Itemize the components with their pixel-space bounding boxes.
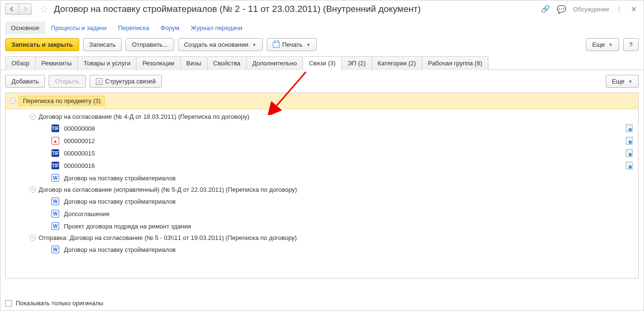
- links-toolbar: Добавить Открыть Структура связей Еще▼: [5, 75, 639, 88]
- tree-file[interactable]: W Договор на поставку стройматериалов: [6, 172, 638, 184]
- word-file-icon: W: [52, 246, 59, 253]
- back-button[interactable]: [5, 3, 19, 15]
- tree-file[interactable]: W Договор на поставку стройматериалов: [6, 243, 638, 256]
- collapse-icon[interactable]: −: [30, 187, 36, 193]
- links-more-button[interactable]: Еще▼: [606, 75, 639, 88]
- more-button[interactable]: Еще▼: [586, 38, 619, 51]
- tab-properties[interactable]: Свойства: [207, 56, 247, 70]
- structure-icon: [96, 78, 103, 85]
- file-label: Договор на поставку стройматериалов: [64, 246, 634, 253]
- attachment-indicator-icon: [626, 149, 633, 157]
- file-label: Проект договора подряда на ремонт здания: [64, 223, 634, 230]
- chevron-down-icon: ▼: [306, 42, 311, 47]
- arrow-right-icon: [22, 7, 28, 11]
- file-label: 000000016: [64, 162, 621, 169]
- originals-only-label: Показывать только оригиналы: [16, 300, 104, 307]
- tree-body: − Договор на согласование (№ 4-Д от 18.0…: [6, 109, 638, 258]
- collapse-icon[interactable]: −: [30, 235, 36, 241]
- nav-log[interactable]: Журнал передачи: [185, 21, 248, 34]
- tree-file[interactable]: TIF 000000015: [6, 147, 638, 159]
- tree-file[interactable]: W Допсоглашение: [6, 207, 638, 220]
- tree-node-label: Договор на согласование (исправленный) (…: [39, 186, 297, 193]
- help-button[interactable]: ?: [623, 38, 639, 51]
- discuss-icon[interactable]: 💬: [557, 5, 566, 14]
- word-file-icon: W: [52, 210, 59, 218]
- tab-ep[interactable]: ЭП (2): [341, 56, 372, 70]
- more-menu-icon[interactable]: ⋮: [616, 6, 622, 13]
- attachment-indicator-icon: [626, 162, 633, 169]
- tree-file[interactable]: W Договор на поставку стройматериалов: [6, 195, 638, 207]
- tif-file-icon: TIF: [52, 124, 59, 132]
- link-icon[interactable]: 🔗: [541, 5, 550, 13]
- tif-file-icon: TIF: [52, 149, 59, 157]
- print-button[interactable]: Печать▼: [267, 38, 317, 51]
- attachment-indicator-icon: [626, 124, 633, 132]
- file-label: 000000012: [64, 137, 621, 145]
- discuss-label[interactable]: Обсуждение: [573, 6, 609, 13]
- tab-props[interactable]: Реквизиты: [35, 56, 78, 70]
- printer-icon: [273, 42, 280, 48]
- tree-file[interactable]: ▲ 000000012: [6, 135, 638, 147]
- nav-correspondence[interactable]: Переписка: [113, 21, 155, 34]
- save-button[interactable]: Записать: [83, 38, 122, 51]
- more-label: Еще: [592, 41, 604, 48]
- favorite-star-icon[interactable]: ☆: [40, 3, 48, 15]
- tif-file-icon: TIF: [52, 162, 59, 169]
- file-label: 000000008: [64, 125, 621, 132]
- chevron-down-icon: ▼: [628, 79, 633, 84]
- file-label: Договор на поставку стройматериалов: [64, 198, 634, 205]
- tab-visas[interactable]: Визы: [180, 56, 208, 70]
- chevron-down-icon: ▼: [609, 42, 613, 47]
- file-label: Допсоглашение: [64, 210, 634, 218]
- tree-root-label: Переписка по предмету (3): [19, 96, 105, 106]
- main-toolbar: Записать и закрыть Записать Отправить...…: [0, 34, 644, 55]
- print-label: Печать: [282, 41, 303, 48]
- create-based-label: Создать на основании: [184, 41, 249, 48]
- file-label: Договор на поставку стройматериалов: [64, 175, 634, 182]
- footer: Показывать только оригиналы: [5, 300, 104, 307]
- pdf-file-icon: ▲: [52, 137, 59, 145]
- tab-overview[interactable]: Обзор: [5, 56, 36, 70]
- word-file-icon: W: [52, 197, 59, 205]
- document-title: Договор на поставку стройматериалов (№ 2…: [54, 4, 537, 14]
- document-window: ☆ Договор на поставку стройматериалов (№…: [0, 0, 644, 311]
- arrow-left-icon: [10, 7, 15, 11]
- nav-processes[interactable]: Процессы и задачи: [45, 21, 113, 34]
- tab-resolutions[interactable]: Резолюции: [136, 56, 180, 70]
- collapse-icon[interactable]: −: [30, 114, 36, 120]
- links-tree: − Переписка по предмету (3) − Договор на…: [5, 93, 639, 279]
- tree-node[interactable]: − Отправка: Договор на согласование (№ 5…: [6, 232, 638, 243]
- close-button[interactable]: ✕: [629, 5, 639, 14]
- tree-node-label: Отправка: Договор на согласование (№ 5 -…: [39, 234, 297, 241]
- tree-root-row[interactable]: − Переписка по предмету (3): [6, 93, 638, 109]
- nav-main[interactable]: Основное: [5, 21, 45, 34]
- titlebar-actions: 🔗 💬 Обсуждение ⋮ ✕: [541, 5, 639, 14]
- attachment-indicator-icon: [626, 137, 633, 145]
- tree-file[interactable]: TIF 000000008: [6, 122, 638, 135]
- collapse-icon[interactable]: −: [10, 98, 16, 104]
- word-file-icon: W: [52, 222, 59, 230]
- tree-file[interactable]: TIF 000000016: [6, 159, 638, 172]
- create-based-button[interactable]: Создать на основании▼: [178, 38, 263, 51]
- tree-node[interactable]: − Договор на согласование (исправленный)…: [6, 184, 638, 195]
- titlebar: ☆ Договор на поставку стройматериалов (№…: [0, 0, 644, 18]
- forward-button[interactable]: [19, 3, 32, 15]
- send-button[interactable]: Отправить...: [125, 38, 174, 51]
- save-and-close-button[interactable]: Записать и закрыть: [5, 38, 79, 51]
- tab-links[interactable]: Связи (3): [302, 56, 342, 70]
- tab-workgroup[interactable]: Рабочая группа (8): [422, 56, 488, 70]
- structure-button[interactable]: Структура связей: [90, 75, 162, 88]
- originals-only-checkbox[interactable]: [5, 300, 12, 307]
- tab-categories[interactable]: Категории (2): [372, 56, 423, 70]
- nav-tabs: Основное Процессы и задачи Переписка Фор…: [0, 21, 644, 34]
- add-button[interactable]: Добавить: [5, 75, 45, 88]
- tab-additional[interactable]: Дополнительно: [246, 56, 303, 70]
- tree-node-label: Договор на согласование (№ 4-Д от 18.03.…: [39, 113, 249, 120]
- tab-goods[interactable]: Товары и услуги: [77, 56, 136, 70]
- tree-file[interactable]: W Проект договора подряда на ремонт здан…: [6, 220, 638, 232]
- structure-label: Структура связей: [105, 78, 156, 85]
- file-label: 000000015: [64, 150, 621, 157]
- tree-node[interactable]: − Договор на согласование (№ 4-Д от 18.0…: [6, 111, 638, 122]
- open-button[interactable]: Открыть: [49, 75, 85, 88]
- nav-forum[interactable]: Форум: [155, 21, 186, 34]
